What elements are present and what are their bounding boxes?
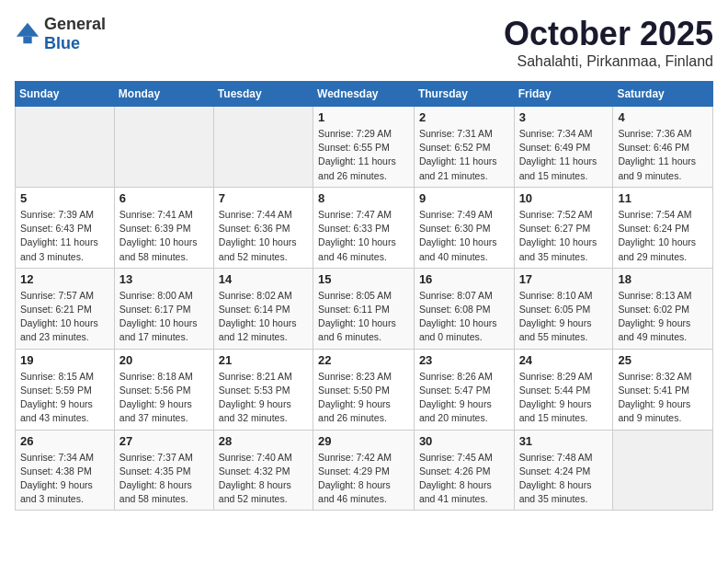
day-detail: Sunrise: 8:10 AM Sunset: 6:05 PM Dayligh… [519,289,609,345]
day-detail: Sunrise: 7:54 AM Sunset: 6:24 PM Dayligh… [618,208,708,264]
day-cell: 19Sunrise: 8:15 AM Sunset: 5:59 PM Dayli… [16,349,115,430]
svg-rect-1 [23,37,31,43]
day-number: 26 [20,434,109,448]
day-detail: Sunrise: 8:13 AM Sunset: 6:02 PM Dayligh… [618,289,708,345]
day-cell: 13Sunrise: 8:00 AM Sunset: 6:17 PM Dayli… [114,268,213,349]
week-row-5: 26Sunrise: 7:34 AM Sunset: 4:38 PM Dayli… [16,430,713,511]
day-number: 4 [618,110,708,124]
day-cell: 26Sunrise: 7:34 AM Sunset: 4:38 PM Dayli… [16,430,115,511]
week-row-3: 12Sunrise: 7:57 AM Sunset: 6:21 PM Dayli… [16,268,713,349]
day-cell: 24Sunrise: 8:29 AM Sunset: 5:44 PM Dayli… [514,349,613,430]
logo-icon [15,21,40,47]
day-cell: 6Sunrise: 7:41 AM Sunset: 6:39 PM Daylig… [114,187,213,268]
logo: General Blue [15,15,106,53]
day-cell: 12Sunrise: 7:57 AM Sunset: 6:21 PM Dayli… [16,268,115,349]
day-cell: 9Sunrise: 7:49 AM Sunset: 6:30 PM Daylig… [414,187,514,268]
day-number: 28 [219,434,308,448]
week-row-4: 19Sunrise: 8:15 AM Sunset: 5:59 PM Dayli… [16,349,713,430]
day-number: 17 [519,272,609,286]
day-number: 15 [318,272,409,286]
day-number: 12 [20,272,109,286]
weekday-header-monday: Monday [114,82,213,107]
day-number: 16 [419,272,509,286]
day-number: 13 [119,272,209,286]
day-cell: 23Sunrise: 8:26 AM Sunset: 5:47 PM Dayli… [414,349,514,430]
day-cell: 21Sunrise: 8:21 AM Sunset: 5:53 PM Dayli… [213,349,313,430]
day-detail: Sunrise: 8:02 AM Sunset: 6:14 PM Dayligh… [219,289,308,345]
day-number: 11 [618,191,708,205]
weekday-header-friday: Friday [514,82,613,107]
day-cell: 11Sunrise: 7:54 AM Sunset: 6:24 PM Dayli… [613,187,713,268]
day-number: 6 [119,191,209,205]
day-cell: 16Sunrise: 8:07 AM Sunset: 6:08 PM Dayli… [414,268,514,349]
day-cell [213,107,313,188]
logo-text-blue: Blue [44,34,80,52]
day-detail: Sunrise: 8:26 AM Sunset: 5:47 PM Dayligh… [419,370,509,426]
day-detail: Sunrise: 7:29 AM Sunset: 6:55 PM Dayligh… [318,127,409,183]
day-cell: 17Sunrise: 8:10 AM Sunset: 6:05 PM Dayli… [514,268,613,349]
day-detail: Sunrise: 7:39 AM Sunset: 6:43 PM Dayligh… [20,208,109,264]
day-cell: 14Sunrise: 8:02 AM Sunset: 6:14 PM Dayli… [213,268,313,349]
day-number: 21 [219,353,308,367]
weekday-header-row: SundayMondayTuesdayWednesdayThursdayFrid… [16,82,713,107]
day-cell: 15Sunrise: 8:05 AM Sunset: 6:11 PM Dayli… [313,268,415,349]
day-cell [114,107,213,188]
day-cell: 3Sunrise: 7:34 AM Sunset: 6:49 PM Daylig… [514,107,613,188]
svg-marker-0 [17,23,39,37]
day-cell: 8Sunrise: 7:47 AM Sunset: 6:33 PM Daylig… [313,187,415,268]
day-detail: Sunrise: 8:29 AM Sunset: 5:44 PM Dayligh… [519,370,609,426]
day-detail: Sunrise: 7:34 AM Sunset: 6:49 PM Dayligh… [519,127,609,183]
day-cell: 22Sunrise: 8:23 AM Sunset: 5:50 PM Dayli… [313,349,415,430]
day-number: 31 [519,434,609,448]
day-number: 27 [119,434,209,448]
day-number: 3 [519,110,609,124]
location-title: Sahalahti, Pirkanmaa, Finland [504,53,713,70]
day-detail: Sunrise: 7:41 AM Sunset: 6:39 PM Dayligh… [119,208,209,264]
day-detail: Sunrise: 8:15 AM Sunset: 5:59 PM Dayligh… [20,370,109,426]
day-number: 22 [318,353,409,367]
day-detail: Sunrise: 7:48 AM Sunset: 4:24 PM Dayligh… [519,451,609,507]
day-detail: Sunrise: 7:34 AM Sunset: 4:38 PM Dayligh… [20,451,109,507]
day-number: 19 [20,353,109,367]
weekday-header-tuesday: Tuesday [213,82,313,107]
day-detail: Sunrise: 7:40 AM Sunset: 4:32 PM Dayligh… [219,451,308,507]
day-number: 23 [419,353,509,367]
week-row-1: 1Sunrise: 7:29 AM Sunset: 6:55 PM Daylig… [16,107,713,188]
weekday-header-sunday: Sunday [16,82,115,107]
day-detail: Sunrise: 7:45 AM Sunset: 4:26 PM Dayligh… [419,451,509,507]
day-number: 14 [219,272,308,286]
title-block: October 2025 Sahalahti, Pirkanmaa, Finla… [504,15,713,70]
weekday-header-wednesday: Wednesday [313,82,415,107]
day-detail: Sunrise: 7:47 AM Sunset: 6:33 PM Dayligh… [318,208,409,264]
day-detail: Sunrise: 7:37 AM Sunset: 4:35 PM Dayligh… [119,451,209,507]
day-number: 2 [419,110,509,124]
month-title: October 2025 [504,15,713,53]
day-number: 7 [219,191,308,205]
day-number: 8 [318,191,409,205]
day-number: 5 [20,191,109,205]
day-number: 20 [119,353,209,367]
day-number: 24 [519,353,609,367]
day-cell: 20Sunrise: 8:18 AM Sunset: 5:56 PM Dayli… [114,349,213,430]
day-detail: Sunrise: 8:00 AM Sunset: 6:17 PM Dayligh… [119,289,209,345]
day-number: 1 [318,110,409,124]
day-detail: Sunrise: 7:52 AM Sunset: 6:27 PM Dayligh… [519,208,609,264]
day-detail: Sunrise: 7:31 AM Sunset: 6:52 PM Dayligh… [419,127,509,183]
day-detail: Sunrise: 7:36 AM Sunset: 6:46 PM Dayligh… [618,127,708,183]
day-cell: 2Sunrise: 7:31 AM Sunset: 6:52 PM Daylig… [414,107,514,188]
day-detail: Sunrise: 8:18 AM Sunset: 5:56 PM Dayligh… [119,370,209,426]
day-detail: Sunrise: 7:49 AM Sunset: 6:30 PM Dayligh… [419,208,509,264]
logo-text-general: General [44,15,106,33]
day-detail: Sunrise: 7:42 AM Sunset: 4:29 PM Dayligh… [318,451,409,507]
day-detail: Sunrise: 8:21 AM Sunset: 5:53 PM Dayligh… [219,370,308,426]
day-detail: Sunrise: 7:44 AM Sunset: 6:36 PM Dayligh… [219,208,308,264]
day-number: 25 [618,353,708,367]
calendar-table: SundayMondayTuesdayWednesdayThursdayFrid… [15,81,713,511]
week-row-2: 5Sunrise: 7:39 AM Sunset: 6:43 PM Daylig… [16,187,713,268]
day-number: 30 [419,434,509,448]
day-cell: 5Sunrise: 7:39 AM Sunset: 6:43 PM Daylig… [16,187,115,268]
day-cell: 7Sunrise: 7:44 AM Sunset: 6:36 PM Daylig… [213,187,313,268]
day-cell: 29Sunrise: 7:42 AM Sunset: 4:29 PM Dayli… [313,430,415,511]
day-number: 9 [419,191,509,205]
day-number: 10 [519,191,609,205]
